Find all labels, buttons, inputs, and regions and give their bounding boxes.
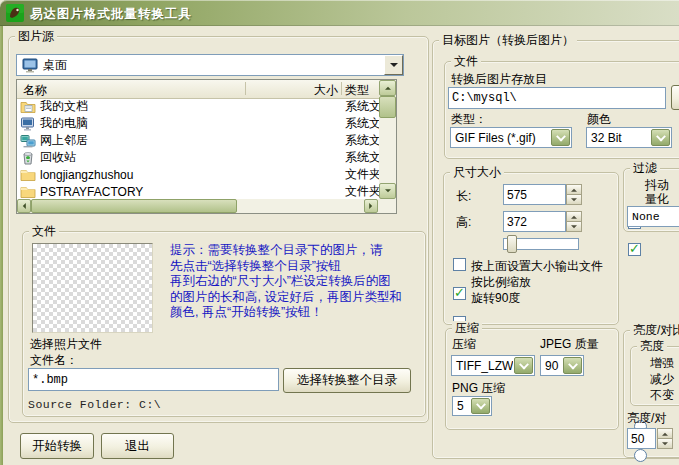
list-header[interactable]: 名称 大小 类型 xyxy=(17,80,379,99)
png-compress-combobox[interactable]: 5 xyxy=(452,396,492,416)
spin-up-button[interactable] xyxy=(657,428,673,439)
brightness-decrease-radio[interactable] xyxy=(634,449,647,462)
brightness-inner-label: 亮度 xyxy=(637,339,667,353)
width-label: 长: xyxy=(456,188,471,205)
height-label: 高: xyxy=(456,214,471,231)
column-divider[interactable] xyxy=(245,82,246,95)
color-value: 32 Bit xyxy=(587,128,650,147)
color-combobox[interactable]: 32 Bit xyxy=(586,127,672,148)
width-spinner[interactable] xyxy=(566,184,582,205)
spin-up-button[interactable] xyxy=(566,211,582,222)
jpeg-quality-label: JPEG 质量 xyxy=(540,336,599,353)
my-computer-icon xyxy=(20,116,36,132)
window-left-border xyxy=(0,26,3,465)
type-combobox[interactable]: GIF Files (*.gif) xyxy=(450,127,572,148)
list-item[interactable]: 回收站 系统文 xyxy=(17,149,377,166)
location-value: 桌面 xyxy=(43,57,67,74)
scroll-right-button[interactable] xyxy=(364,199,378,213)
keep-ratio-label: 按比例缩放 xyxy=(471,274,531,291)
size-slider-thumb[interactable] xyxy=(507,235,517,253)
scroll-left-button[interactable] xyxy=(17,199,31,213)
type-label: 类型： xyxy=(451,111,487,128)
recycle-bin-icon xyxy=(20,150,36,166)
jpeg-quality-combobox[interactable]: 90 xyxy=(540,355,584,376)
app-window: { "window": { "title": "易达图片格式批量转换工具" },… xyxy=(0,0,679,465)
brightness-value-label: 亮度/对 xyxy=(627,410,666,427)
filter-value: None xyxy=(628,207,679,226)
compress-group-label: 压缩 xyxy=(452,321,482,335)
exit-button[interactable]: 退出 xyxy=(101,433,174,459)
horizontal-scroll-thumb[interactable] xyxy=(31,199,237,213)
height-input[interactable] xyxy=(503,211,566,232)
app-icon xyxy=(6,4,24,22)
title-bar[interactable]: 易达图片格式批量转换工具 xyxy=(0,0,679,26)
list-item[interactable]: 网上邻居 系统文 xyxy=(17,132,377,149)
spin-down-button[interactable] xyxy=(657,439,673,449)
window-title: 易达图片格式批量转换工具 xyxy=(30,6,192,23)
spin-up-button[interactable] xyxy=(566,184,582,195)
filter-combobox[interactable]: None xyxy=(627,206,679,227)
column-type[interactable]: 类型 xyxy=(345,82,369,99)
column-size[interactable]: 大小 xyxy=(302,82,338,99)
scroll-down-button[interactable] xyxy=(379,183,396,199)
folder-icon xyxy=(20,184,36,200)
desktop-icon xyxy=(22,57,38,73)
brightness-increase-label: 增强 xyxy=(650,355,674,372)
target-file-group-label: 文件 xyxy=(451,54,481,68)
hint-text: 提示：需要转换整个目录下的图片，请 先点击“选择转换整个目录”按钮 再到右边的“… xyxy=(170,243,426,321)
filename-label: 文件名： xyxy=(30,352,78,369)
list-item[interactable]: longjiangzhushou 文件夹 xyxy=(17,166,377,183)
file-group-label: 文件 xyxy=(29,224,59,238)
column-divider[interactable] xyxy=(341,82,342,95)
source-file-list[interactable]: 名称 大小 类型 我的文档 系统文 我的电脑 系统文 xyxy=(16,79,397,214)
vertical-scroll-thumb[interactable] xyxy=(379,96,396,118)
spin-down-button[interactable] xyxy=(566,222,582,232)
brightness-value-input[interactable] xyxy=(627,428,656,449)
browse-output-dir-button[interactable] xyxy=(671,85,679,110)
column-name[interactable]: 名称 xyxy=(23,82,47,99)
list-item[interactable]: 我的文档 系统文 xyxy=(17,98,377,115)
my-documents-icon xyxy=(20,99,36,115)
start-convert-button[interactable]: 开始转换 xyxy=(20,433,94,459)
brightness-decrease-label: 减少 xyxy=(650,371,674,388)
type-dropdown-button[interactable] xyxy=(551,129,570,146)
compress-value: TIFF_LZW xyxy=(452,356,513,375)
fixed-size-checkbox[interactable] xyxy=(453,258,466,271)
rotate90-label: 旋转90度 xyxy=(471,290,520,307)
width-input[interactable] xyxy=(503,184,566,205)
brightness-group-label: 亮度/对比 xyxy=(630,323,679,337)
png-compress-value: 5 xyxy=(453,397,470,415)
location-dropdown-button[interactable] xyxy=(384,55,403,75)
list-item[interactable]: 我的电脑 系统文 xyxy=(17,115,377,132)
filename-input[interactable] xyxy=(28,368,279,391)
color-dropdown-button[interactable] xyxy=(651,129,670,146)
location-combobox[interactable]: 桌面 xyxy=(16,54,404,76)
compress-label: 压缩 xyxy=(452,336,476,353)
height-spinner[interactable] xyxy=(566,211,582,232)
color-label: 颜色 xyxy=(587,111,611,128)
scroll-up-button[interactable] xyxy=(379,80,396,96)
brightness-nochange-label: 不变 xyxy=(650,387,674,404)
spin-down-button[interactable] xyxy=(566,195,582,205)
keep-ratio-checkbox[interactable] xyxy=(453,287,466,300)
png-dropdown-button[interactable] xyxy=(471,398,490,414)
jpeg-dropdown-button[interactable] xyxy=(563,357,582,374)
quantize-checkbox[interactable] xyxy=(628,243,641,256)
select-directory-button[interactable]: 选择转换整个目录 xyxy=(283,368,411,393)
list-item[interactable]: PSTRAYFACTORY 文件夹 xyxy=(17,183,377,200)
select-photo-label: 选择照片文件 xyxy=(30,336,102,353)
filter-group-label: 过滤 xyxy=(630,161,660,175)
brightness-spinner[interactable] xyxy=(657,428,673,449)
source-group-label: 图片源 xyxy=(15,29,57,43)
compress-dropdown-button[interactable] xyxy=(514,357,533,374)
output-dir-label: 转换后图片存放目 xyxy=(451,71,547,88)
size-group-label: 尺寸大小 xyxy=(450,165,504,179)
jpeg-quality-value: 90 xyxy=(541,356,562,375)
network-places-icon xyxy=(20,133,36,149)
fixed-size-label: 按上面设置大小输出文件 xyxy=(471,258,603,275)
png-compress-label: PNG 压缩 xyxy=(452,380,505,397)
target-group-label: 目标图片（转换后图片） xyxy=(439,33,577,47)
output-dir-input[interactable] xyxy=(448,87,666,109)
image-preview xyxy=(32,243,153,333)
compress-combobox[interactable]: TIFF_LZW xyxy=(451,355,535,376)
